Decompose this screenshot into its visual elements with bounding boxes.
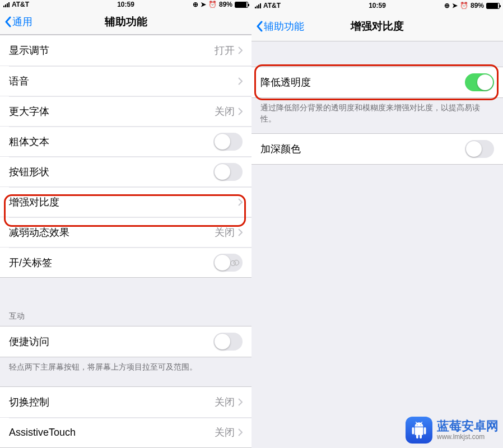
battery-icon [235, 2, 248, 8]
reduce-transparency-toggle[interactable] [465, 73, 494, 91]
back-label: 辅助功能 [264, 20, 304, 33]
row-label: 按钮形状 [9, 165, 213, 179]
row-label: 便捷访问 [9, 335, 213, 348]
chevron-right-icon [238, 228, 243, 236]
row-speech[interactable]: 语音 [0, 66, 252, 96]
row-value: 打开 [215, 44, 235, 57]
status-bar: AT&T 10:59 ⊕ ➤ ⏰ 89% [0, 0, 252, 10]
back-button[interactable]: 辅助功能 [252, 20, 304, 33]
row-switch-control[interactable]: 切换控制 关闭 [0, 387, 252, 417]
row-darken-colors[interactable]: 加深颜色 [252, 134, 503, 164]
row-value: 关闭 [215, 395, 235, 409]
watermark-url: www.lmkjst.com [437, 433, 499, 441]
row-bold-text[interactable]: 粗体文本 [0, 126, 252, 156]
row-label: 语音 [9, 74, 238, 88]
back-button[interactable]: 通用 [0, 15, 32, 29]
chevron-right-icon [238, 398, 243, 406]
chevron-right-icon [238, 198, 243, 206]
row-label: 减弱动态效果 [9, 226, 215, 239]
watermark-android-icon [406, 417, 432, 444]
chevron-right-icon [238, 46, 243, 54]
on-off-labels-toggle[interactable] [213, 254, 243, 272]
row-assistivetouch[interactable]: AssistiveTouch 关闭 [0, 417, 252, 447]
phone-right: AT&T 10:59 ⊕ ➤ ⏰ 89% 辅助功能 增强对比度 降低透明度 通过… [252, 0, 503, 448]
row-button-shapes[interactable]: 按钮形状 [0, 156, 252, 186]
group-reduce-transparency: 降低透明度 [252, 67, 503, 98]
row-increase-contrast[interactable]: 增强对比度 [0, 186, 252, 217]
row-value: 关闭 [215, 226, 235, 239]
row-on-off-labels[interactable]: 开/关标签 [0, 247, 252, 277]
row-label: 粗体文本 [9, 135, 213, 148]
reduce-transparency-footer: 通过降低部分背景的透明度和模糊度来增强对比度，以提高易读性。 [252, 98, 503, 133]
reachability-toggle[interactable] [213, 333, 243, 351]
group-interaction: 便捷访问 [0, 326, 252, 357]
row-label: 降低透明度 [260, 76, 465, 89]
row-label: 开/关标签 [9, 256, 213, 269]
row-label: 切换控制 [9, 395, 215, 409]
section-header-interaction: 互动 [0, 278, 252, 326]
reachability-footer: 轻点两下主屏幕按钮，将屏幕上方项目拉至可及范围。 [0, 357, 252, 382]
chevron-left-icon [256, 21, 263, 32]
page-title: 辅助功能 [0, 15, 252, 29]
row-value: 关闭 [215, 105, 235, 118]
bold-text-toggle[interactable] [213, 133, 243, 151]
watermark: 蓝莓安卓网 www.lmkjst.com [406, 417, 499, 444]
chevron-right-icon [238, 428, 243, 436]
status-time: 10:59 [252, 2, 503, 10]
row-value: 关闭 [215, 426, 235, 439]
chevron-left-icon [4, 16, 11, 27]
row-reduce-motion[interactable]: 减弱动态效果 关闭 [0, 217, 252, 247]
row-display-accommodations[interactable]: 显示调节 打开 [0, 35, 252, 66]
row-label: 更大字体 [9, 105, 215, 118]
nav-bar: 辅助功能 增强对比度 [252, 11, 503, 41]
row-larger-text[interactable]: 更大字体 关闭 [0, 96, 252, 126]
group-interaction-2: 切换控制 关闭 AssistiveTouch 关闭 [0, 386, 252, 448]
phone-left: AT&T 10:59 ⊕ ➤ ⏰ 89% 通用 辅助功能 显示调节 打开 语音 [0, 0, 252, 448]
group-darken-colors: 加深颜色 [252, 133, 503, 165]
watermark-title: 蓝莓安卓网 [437, 419, 499, 433]
row-reduce-transparency[interactable]: 降低透明度 [252, 67, 503, 97]
back-label: 通用 [12, 15, 32, 29]
chevron-right-icon [238, 77, 243, 85]
row-label: 显示调节 [9, 44, 215, 57]
row-label: 加深颜色 [260, 142, 465, 156]
darken-colors-toggle[interactable] [465, 140, 494, 158]
nav-bar: 通用 辅助功能 [0, 10, 252, 35]
row-label: 增强对比度 [9, 195, 238, 209]
chevron-right-icon [238, 108, 243, 115]
row-label: AssistiveTouch [9, 427, 215, 438]
row-reachability[interactable]: 便捷访问 [0, 326, 252, 357]
status-bar: AT&T 10:59 ⊕ ➤ ⏰ 89% [252, 0, 503, 11]
battery-icon [486, 3, 500, 9]
button-shapes-toggle[interactable] [213, 163, 243, 181]
group-vision: 显示调节 打开 语音 更大字体 关闭 粗体文本 按钮形状 增强对比度 减弱动态效… [0, 35, 252, 278]
status-time: 10:59 [0, 1, 252, 8]
